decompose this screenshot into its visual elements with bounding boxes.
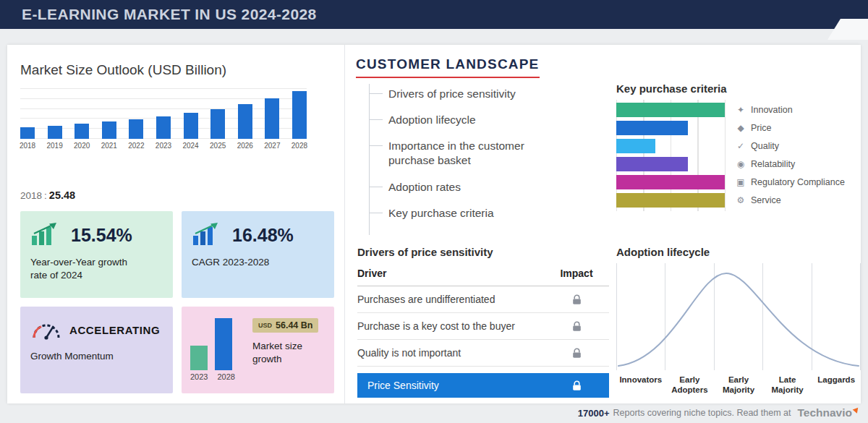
adoption-segment-label: Early Adopters [665, 375, 715, 396]
badge-amount: 56.44 Bn [276, 320, 312, 330]
key-purchase-legend-label: Innovation [751, 105, 793, 115]
market-bar-year-label: 2024 [179, 142, 203, 150]
key-purchase-row: ✓Quality [616, 139, 845, 153]
adoption-lifecycle-chart [616, 263, 861, 370]
footer-note: Reports covering niche topics. Read them… [613, 408, 791, 418]
header-bar: E-LEARNING MARKET IN US 2024-2028 [0, 0, 868, 29]
speedometer-icon [30, 317, 62, 343]
technavio-mark-icon [853, 406, 861, 414]
yoy-value: 15.54% [71, 225, 132, 246]
key-purchase-legend-label: Relatability [751, 159, 795, 169]
customer-landscape-title: CUSTOMER LANDSCAPE [356, 56, 540, 78]
growth-bars-up-icon [192, 221, 225, 249]
innovation-icon: ✦ [735, 105, 746, 115]
lock-icon [572, 321, 582, 332]
key-purchase-bar [616, 157, 688, 171]
market-bar-year-label: 2026 [233, 142, 258, 150]
market-bar-year-label: 2028 [287, 142, 312, 150]
base-year-label: 2018 [20, 190, 42, 201]
market-bar-year-label: 2019 [43, 142, 67, 150]
adoption-segment-label: Laggards [812, 375, 861, 396]
key-purchase-title: Key purchase criteria [616, 82, 727, 95]
growth-label: Market size growth [252, 340, 321, 366]
base-year-separator: : [44, 190, 47, 201]
mini-growth-info: USD 56.44 Bn Market size growth [252, 314, 326, 386]
growth-bars-up-icon [30, 221, 64, 249]
stat-card-momentum: ACCELERATING Growth Momentum [20, 307, 173, 393]
key-purchase-bar [616, 103, 725, 117]
stat-card-market-growth: 20232028 USD 56.44 Bn Market size growth [182, 307, 334, 393]
infographic: E-LEARNING MARKET IN US 2024-2028 Market… [0, 0, 868, 423]
mini-growth-bar [215, 318, 232, 370]
highlight-label: Price Sensitivity [367, 380, 439, 391]
key-purchase-bar [616, 139, 655, 153]
market-bar [292, 91, 307, 139]
mini-growth-bars [190, 315, 245, 370]
key-purchase-legend-label: Quality [751, 141, 779, 151]
lock-icon [572, 348, 582, 359]
key-purchase-legend-label: Service [751, 195, 781, 205]
mini-growth-year-label: 2023 [190, 372, 208, 381]
compliance-icon: ▣ [735, 177, 746, 187]
key-purchase-legend-label: Regulatory Compliance [751, 177, 845, 187]
mini-growth-bar [190, 346, 208, 370]
key-purchase-row: ◉Relatability [616, 157, 845, 171]
report-count: 17000+ [578, 408, 610, 419]
market-bar-year-label: 2027 [260, 142, 284, 150]
key-purchase-row: ◆Price [616, 121, 845, 135]
page-title: E-LEARNING MARKET IN US 2024-2028 [22, 6, 317, 23]
landscape-nav: Drivers of price sensitivityAdoption lif… [369, 84, 571, 235]
key-purchase-bar-track [616, 121, 725, 135]
adoption-segments: InnovatorsEarly AdoptersEarly MajorityLa… [616, 375, 861, 396]
stat-card-header: ACCELERATING [30, 317, 163, 343]
price-sensitivity-row: Quality is not important [357, 340, 609, 367]
market-bar-year-label: 2022 [124, 142, 148, 150]
lock-icon [572, 380, 582, 391]
key-purchase-bar-track [616, 175, 725, 189]
usd-badge: USD 56.44 Bn [252, 318, 318, 333]
price-sensitivity-title: Drivers of price sensitivity [357, 246, 493, 258]
market-bar [102, 121, 116, 139]
market-bar [156, 116, 171, 139]
impact-cell [544, 380, 609, 392]
bell-curve [616, 263, 861, 370]
driver-cell: Purchases are undifferentiated [357, 294, 495, 305]
content-card: Market Size Outlook (USD Billion) 201820… [7, 45, 861, 403]
mini-growth-chart: 20232028 [190, 314, 245, 386]
key-purchase-legend-label: Price [751, 123, 771, 133]
landscape-nav-item: Key purchase criteria [388, 206, 571, 221]
market-bar [184, 113, 198, 139]
mini-growth-year-label: 2028 [217, 372, 234, 381]
market-size-title: Market Size Outlook (USD Billion) [20, 62, 226, 78]
key-purchase-chart: ✦Innovation◆Price✓Quality◉Relatability▣R… [616, 103, 845, 211]
market-bar-year-label: 2020 [69, 142, 94, 150]
key-purchase-bar-track [616, 139, 725, 153]
impact-cell [544, 294, 609, 306]
market-bar-chart: 2018201920202021202220232024202520262027… [20, 88, 307, 150]
driver-column-header: Driver [357, 268, 386, 279]
base-year-stat: 2018:25.48 [20, 189, 75, 201]
market-bar-year-label: 2025 [205, 142, 230, 150]
price-sensitivity-highlight-row: Price Sensitivity [357, 373, 609, 398]
mini-growth-labels: 20232028 [190, 372, 245, 381]
market-bar [48, 126, 62, 139]
key-purchase-bar [616, 193, 725, 208]
technavio-logo[interactable]: Technavio [797, 406, 859, 419]
stat-card-cagr: 16.48% CAGR 2023-2028 [182, 211, 334, 298]
key-purchase-bar [616, 121, 688, 135]
relatability-icon: ◉ [735, 159, 746, 169]
market-bar [75, 124, 89, 139]
section-divider [344, 45, 345, 403]
momentum-value: ACCELERATING [69, 324, 160, 336]
landscape-nav-item: Adoption rates [388, 180, 571, 195]
stat-cards: 15.54% Year-over-Year growth rate of 202… [20, 211, 334, 393]
footer: 17000+ Reports covering niche topics. Re… [578, 406, 859, 419]
quality-check-icon: ✓ [735, 141, 746, 151]
driver-cell: Quality is not important [357, 347, 461, 359]
market-bar [265, 98, 279, 139]
market-bar [20, 127, 35, 139]
impact-cell [544, 320, 609, 333]
price-sensitivity-header: Driver Impact [357, 263, 609, 286]
key-purchase-row: ✦Innovation [616, 103, 845, 117]
key-purchase-row: ▣Regulatory Compliance [616, 175, 845, 189]
